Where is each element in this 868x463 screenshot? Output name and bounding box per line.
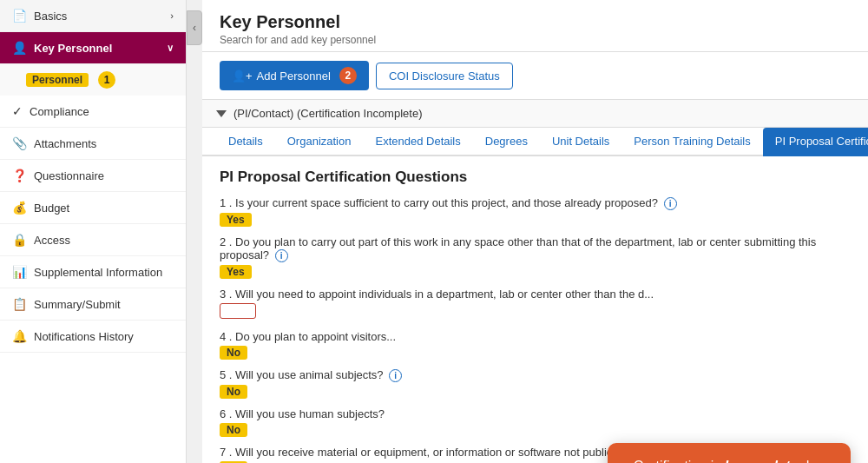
expand-collapse-button[interactable] (216, 110, 227, 117)
sidebar-item-label: Key Personnel (34, 42, 112, 55)
tab-bar: Details Organization Extended Details De… (202, 128, 868, 156)
callout-text-bold: Incomplete (725, 459, 798, 463)
question-3-text: 3 . Will you need to appoint individuals… (220, 288, 851, 301)
answer-4: No (220, 346, 247, 360)
sidebar-item-notifications[interactable]: 🔔 Notifications History (0, 321, 186, 353)
page-subtitle: Search for and add key personnel (220, 34, 851, 46)
budget-icon: 💰 (12, 201, 27, 215)
question-3: 3 . Will you need to appoint individuals… (220, 288, 851, 321)
clipboard-icon: 📋 (12, 297, 27, 311)
coi-disclosure-button[interactable]: COI Disclosure Status (376, 63, 513, 89)
sidebar-item-key-personnel[interactable]: 👤 Key Personnel ∨ (0, 32, 186, 64)
questions-title: PI Proposal Certification Questions (220, 169, 851, 186)
sidebar-item-label: Compliance (30, 105, 89, 118)
tab-unit-details[interactable]: Unit Details (540, 128, 621, 156)
sidebar-item-compliance[interactable]: ✓ Compliance (0, 96, 186, 128)
question-2-text: 2 . Do you plan to carry out part of thi… (220, 235, 851, 262)
question-2: 2 . Do you plan to carry out part of thi… (220, 235, 851, 279)
add-personnel-button[interactable]: 👤+ Add Personnel 2 (220, 61, 369, 90)
answer-5: No (220, 385, 247, 399)
question-6-text: 6 . Will you use human subjects? (220, 407, 851, 420)
personnel-badge: Personnel (26, 73, 89, 87)
sidebar-item-label: Attachments (34, 137, 96, 150)
chart-icon: 📊 (12, 265, 27, 279)
sidebar-item-access[interactable]: 🔒 Access (0, 224, 186, 256)
tab-details[interactable]: Details (216, 128, 275, 156)
paperclip-icon: 📎 (12, 136, 27, 150)
sidebar-item-questionnaire[interactable]: ❓ Questionnaire (0, 160, 186, 192)
tab-person-training[interactable]: Person Training Details (621, 128, 762, 156)
callout-tooltip: Certification is Incomplete due to the o… (608, 443, 851, 463)
sidebar: 📄 Basics › 👤 Key Personnel ∨ Personnel 1… (0, 0, 187, 463)
sidebar-item-label: Supplemental Information (34, 266, 162, 279)
answer-6: No (220, 423, 247, 437)
question-5: 5 . Will you use animal subjects? i No (220, 368, 851, 399)
question-1: 1 . Is your current space sufficient to … (220, 196, 851, 227)
document-icon: 📄 (12, 9, 27, 23)
add-icon: 👤+ (232, 69, 253, 83)
tab-extended-details[interactable]: Extended Details (363, 128, 472, 156)
questions-area: PI Proposal Certification Questions 1 . … (202, 156, 868, 463)
add-personnel-label: Add Personnel (257, 69, 331, 83)
bell-icon: 🔔 (12, 329, 27, 343)
lock-icon: 🔒 (12, 233, 27, 247)
sidebar-item-summary[interactable]: 📋 Summary/Submit (0, 288, 186, 321)
person-name: (PI/Contact) (Certification Incomplete) (233, 107, 422, 120)
content-area: (PI/Contact) (Certification Incomplete) … (202, 100, 868, 463)
question-4: 4 . Do you plan to appoint visitors... N… (220, 330, 851, 360)
sidebar-item-attachments[interactable]: 📎 Attachments (0, 128, 186, 160)
page-header: Key Personnel Search for and add key per… (202, 0, 868, 52)
sidebar-item-budget[interactable]: 💰 Budget (0, 192, 186, 224)
answer-2: Yes (220, 265, 252, 279)
tab-organization[interactable]: Organization (275, 128, 364, 156)
sidebar-item-label: Notifications History (34, 330, 134, 343)
question-5-text: 5 . Will you use animal subjects? i (220, 368, 851, 382)
sidebar-item-supplemental[interactable]: 📊 Supplemental Information (0, 256, 186, 288)
person-header: (PI/Contact) (Certification Incomplete) (202, 100, 868, 128)
tab-degrees[interactable]: Degrees (473, 128, 540, 156)
person-icon: 👤 (12, 41, 27, 55)
check-icon: ✓ (12, 104, 23, 118)
personnel-count-badge: 1 (98, 71, 115, 89)
chevron-right-icon: › (170, 10, 174, 21)
info-icon-5[interactable]: i (389, 369, 402, 382)
question-4-text: 4 . Do you plan to appoint visitors... (220, 330, 851, 343)
info-icon-2[interactable]: i (275, 249, 288, 262)
question-icon: ❓ (12, 169, 27, 182)
sidebar-sub-item-personnel[interactable]: Personnel 1 (0, 64, 186, 96)
tab-pi-proposal[interactable]: PI Proposal Certification Questions (763, 128, 868, 156)
info-icon-1[interactable]: i (664, 197, 677, 210)
coi-label: COI Disclosure Status (389, 69, 500, 83)
sidebar-collapse-button[interactable]: ‹ (187, 10, 202, 45)
toolbar: 👤+ Add Personnel 2 COI Disclosure Status (202, 52, 868, 100)
chevron-down-icon: ∨ (167, 43, 174, 54)
circle-2-badge: 2 (339, 67, 357, 84)
sidebar-sub-personnel: Personnel 1 (0, 64, 186, 96)
answer-1: Yes (220, 213, 252, 227)
page-title: Key Personnel (220, 12, 851, 32)
main-content: Key Personnel Search for and add key per… (202, 0, 868, 463)
sidebar-item-label: Questionnaire (34, 169, 104, 182)
answer-3 (220, 303, 256, 319)
callout-text-before: Certification is (634, 459, 720, 463)
sidebar-item-label: Budget (34, 202, 69, 215)
sidebar-item-label: Basics (34, 10, 67, 23)
question-1-text: 1 . Is your current space sufficient to … (220, 196, 851, 210)
sidebar-item-label: Summary/Submit (34, 298, 121, 311)
question-6: 6 . Will you use human subjects? No (220, 407, 851, 437)
sidebar-item-label: Access (34, 234, 70, 247)
sidebar-item-basics[interactable]: 📄 Basics › (0, 0, 186, 32)
